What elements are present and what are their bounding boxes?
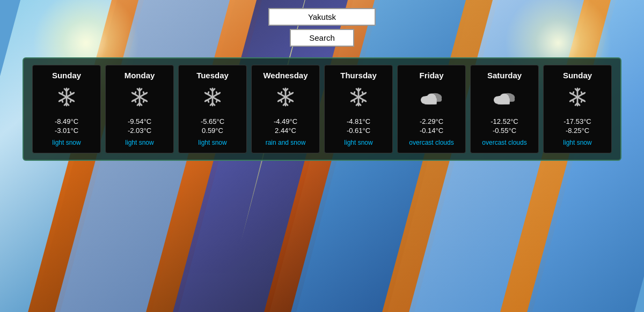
svg-line-31 — [135, 92, 136, 94]
temperatures: -4.49°C 2.44°C — [274, 117, 297, 135]
svg-line-54 — [216, 92, 217, 94]
svg-line-12 — [62, 92, 63, 94]
temp-high: -17.53°C — [564, 117, 591, 125]
temp-low: 2.44°C — [275, 127, 296, 135]
day-label: Tuesday — [196, 71, 229, 80]
weather-icon-snow — [565, 84, 590, 113]
weather-condition: light snow — [198, 139, 226, 147]
weather-condition: overcast clouds — [409, 139, 453, 147]
temp-high: -4.49°C — [274, 117, 297, 125]
day-label: Monday — [125, 71, 155, 80]
temp-low: -3.01°C — [55, 127, 78, 135]
weather-card: Tuesday — [178, 65, 247, 153]
weather-card: Monday — [105, 65, 174, 153]
weather-icon-snow — [200, 84, 225, 113]
temp-high: -2.29°C — [420, 117, 443, 125]
svg-line-125 — [581, 100, 582, 102]
weather-icon-snow — [273, 84, 298, 113]
weather-icon-snow — [346, 84, 371, 113]
weather-condition: light snow — [344, 139, 372, 147]
weather-condition: light snow — [125, 139, 153, 147]
svg-rect-110 — [497, 98, 509, 104]
main-content: Search Sunday — [0, 0, 644, 312]
temperatures: -8.49°C -3.01°C — [55, 117, 78, 135]
weather-condition: rain and snow — [266, 139, 306, 147]
temperatures: -9.54°C -2.03°C — [128, 117, 151, 135]
svg-line-14 — [70, 100, 71, 102]
day-label: Saturday — [487, 71, 522, 80]
temp-low: -2.03°C — [128, 127, 151, 135]
svg-line-33 — [143, 100, 144, 102]
svg-line-69 — [281, 92, 282, 94]
svg-line-73 — [289, 92, 290, 94]
svg-line-129 — [573, 100, 574, 102]
svg-rect-102 — [425, 98, 436, 104]
weather-condition: light snow — [52, 139, 80, 147]
temp-high: -12.52°C — [491, 117, 518, 125]
temp-low: -8.25°C — [566, 127, 589, 135]
weather-icon-cloud — [419, 84, 444, 113]
temp-high: -8.49°C — [55, 117, 78, 125]
weather-card: Wednesday — [251, 65, 320, 153]
temp-low: -0.55°C — [493, 127, 516, 135]
svg-line-75 — [281, 100, 282, 102]
svg-line-127 — [581, 92, 582, 94]
temp-low: -0.61°C — [347, 127, 370, 135]
search-area: Search — [268, 8, 376, 47]
weather-icon-snow — [54, 84, 79, 113]
weather-card: Sunday — [543, 65, 612, 153]
svg-line-123 — [573, 92, 574, 94]
weather-condition: overcast clouds — [482, 139, 526, 147]
temperatures: -5.65°C 0.59°C — [201, 117, 224, 135]
temp-high: -4.81°C — [347, 117, 370, 125]
day-label: Sunday — [563, 71, 592, 80]
temp-low: 0.59°C — [202, 127, 223, 135]
svg-line-50 — [208, 92, 209, 94]
weather-card: Sunday — [32, 65, 101, 153]
weather-icon-snow — [127, 84, 152, 113]
svg-line-35 — [143, 92, 144, 94]
svg-line-94 — [354, 100, 355, 102]
svg-line-18 — [62, 100, 63, 102]
svg-line-52 — [216, 100, 217, 102]
svg-line-16 — [70, 92, 71, 94]
search-button[interactable]: Search — [290, 29, 354, 47]
weather-icon-cloud — [492, 84, 517, 113]
weather-card: Saturday -12.52°C -0.55°C overcast cloud… — [470, 65, 539, 153]
svg-line-88 — [354, 92, 355, 94]
temp-low: -0.14°C — [420, 127, 443, 135]
temperatures: -17.53°C -8.25°C — [564, 117, 591, 135]
svg-line-92 — [362, 92, 363, 94]
day-label: Wednesday — [263, 71, 308, 80]
svg-line-90 — [362, 100, 363, 102]
weather-card: Friday -2.29°C -0.14°C overcast clouds — [397, 65, 466, 153]
weather-card: Thursday — [324, 65, 393, 153]
temperatures: -2.29°C -0.14°C — [420, 117, 443, 135]
city-search-input[interactable] — [268, 8, 376, 26]
day-label: Thursday — [340, 71, 377, 80]
temperatures: -4.81°C -0.61°C — [347, 117, 370, 135]
day-label: Sunday — [52, 71, 81, 80]
weather-panel: Sunday — [23, 57, 621, 161]
svg-line-56 — [208, 100, 209, 102]
day-label: Friday — [419, 71, 443, 80]
svg-line-71 — [289, 100, 290, 102]
svg-line-37 — [135, 100, 136, 102]
temp-high: -5.65°C — [201, 117, 224, 125]
temperatures: -12.52°C -0.55°C — [491, 117, 518, 135]
temp-high: -9.54°C — [128, 117, 151, 125]
weather-condition: light snow — [563, 139, 591, 147]
